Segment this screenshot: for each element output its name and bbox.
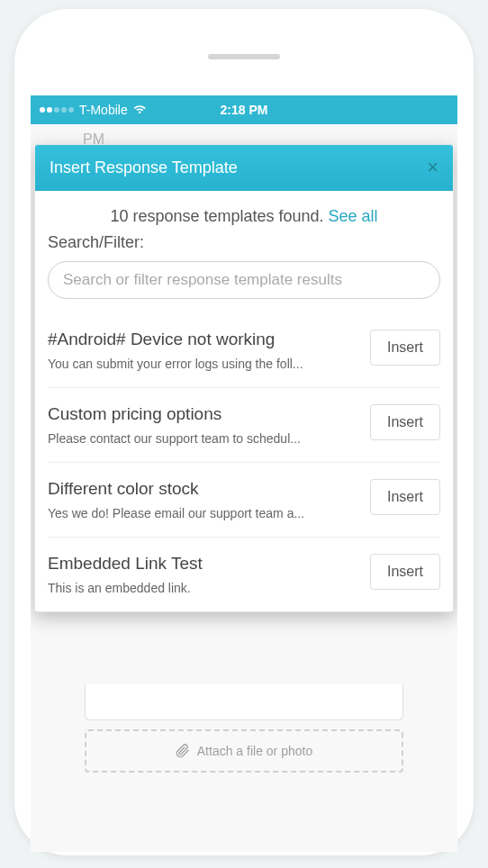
search-filter-label: Search/Filter:	[48, 233, 440, 252]
insert-button[interactable]: Insert	[370, 330, 440, 366]
template-title: Embedded Link Test	[48, 554, 359, 574]
message-input-fragment[interactable]	[85, 684, 403, 720]
modal-title: Insert Response Template	[50, 158, 238, 177]
attach-label: Attach a file or photo	[197, 744, 312, 758]
insert-button[interactable]: Insert	[370, 479, 440, 515]
template-text: #Android# Device not working You can sub…	[48, 330, 359, 371]
modal-header: Insert Response Template ×	[35, 145, 453, 191]
see-all-link[interactable]: See all	[329, 207, 378, 225]
template-desc: Yes we do! Please email our support team…	[48, 506, 359, 520]
insert-button[interactable]: Insert	[370, 554, 440, 590]
template-text: Custom pricing options Please contact ou…	[48, 404, 359, 446]
phone-screen: T-Mobile 2:18 PM PM Attach a file or pho…	[31, 95, 457, 852]
template-text: Embedded Link Test This is an embedded l…	[48, 554, 359, 595]
template-desc: This is an embedded link.	[48, 581, 359, 595]
insert-template-modal: Insert Response Template × 10 response t…	[34, 144, 454, 612]
template-list: #Android# Device not working You can sub…	[48, 313, 440, 604]
template-title: Custom pricing options	[48, 404, 359, 424]
signal-dots-icon	[40, 107, 74, 113]
status-time: 2:18 PM	[221, 103, 268, 117]
carrier-label: T-Mobile	[79, 103, 128, 117]
wifi-icon	[133, 104, 148, 115]
insert-button[interactable]: Insert	[370, 404, 440, 440]
phone-frame: T-Mobile 2:18 PM PM Attach a file or pho…	[14, 9, 474, 855]
template-title: #Android# Device not working	[48, 330, 359, 349]
template-item: Embedded Link Test This is an embedded l…	[48, 538, 440, 604]
template-desc: Please contact our support team to sched…	[48, 431, 359, 446]
paperclip-icon	[176, 744, 190, 758]
template-item: Different color stock Yes we do! Please …	[48, 463, 440, 538]
search-input[interactable]	[48, 261, 440, 299]
results-count-text: 10 response templates found.	[110, 207, 328, 225]
template-desc: You can submit your error logs using the…	[48, 357, 359, 371]
status-bar: T-Mobile 2:18 PM	[31, 95, 457, 124]
modal-body: 10 response templates found. See all Sea…	[35, 191, 453, 611]
results-count-line: 10 response templates found. See all	[48, 207, 440, 226]
template-text: Different color stock Yes we do! Please …	[48, 479, 359, 520]
close-icon[interactable]: ×	[427, 158, 438, 177]
attach-file-button[interactable]: Attach a file or photo	[85, 729, 403, 773]
template-item: #Android# Device not working You can sub…	[48, 313, 440, 388]
template-title: Different color stock	[48, 479, 359, 499]
status-left: T-Mobile	[40, 103, 148, 117]
phone-speaker	[208, 54, 280, 59]
template-item: Custom pricing options Please contact ou…	[48, 388, 440, 463]
